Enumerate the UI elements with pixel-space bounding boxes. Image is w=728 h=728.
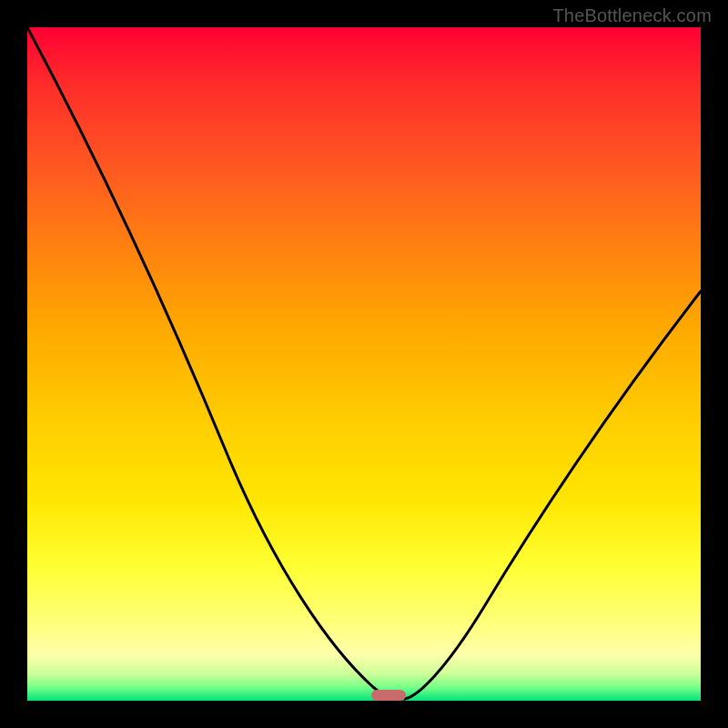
min-marker (371, 690, 406, 701)
plot-area (27, 27, 701, 701)
bottleneck-curve (27, 27, 701, 699)
chart-root: TheBottleneck.com (0, 0, 728, 728)
curve-svg (27, 27, 701, 701)
watermark-text: TheBottleneck.com (552, 5, 712, 26)
